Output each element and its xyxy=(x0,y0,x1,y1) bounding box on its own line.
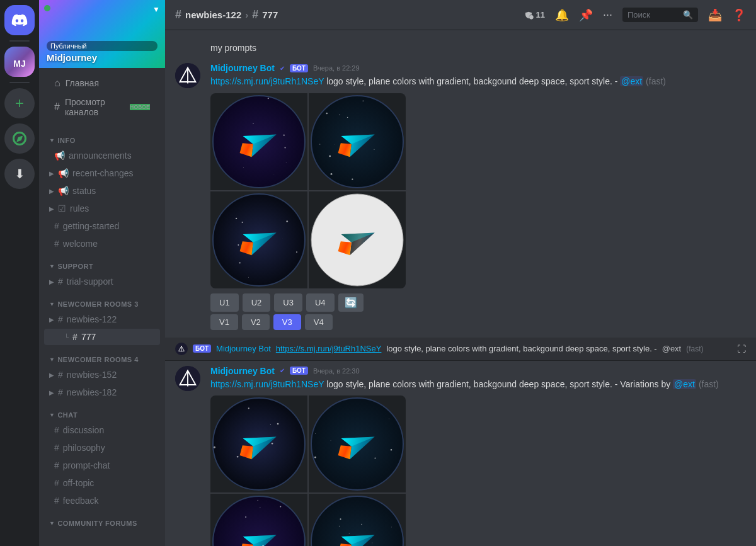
download-button[interactable]: ⬇ xyxy=(4,159,35,189)
vary-v2-button[interactable]: V2 xyxy=(242,314,270,330)
channel-777[interactable]: └ # 777 xyxy=(44,329,160,345)
pin-icon[interactable]: 📌 xyxy=(579,8,593,22)
channel-label: discussion xyxy=(63,425,104,435)
message-text-1: https://s.mj.run/j9tuRh1NSeY logo style,… xyxy=(210,76,746,88)
inbox-icon[interactable]: 📥 xyxy=(708,8,722,22)
bot-username-1[interactable]: Midjourney Bot xyxy=(210,63,275,73)
section-info[interactable]: ▼ INFO xyxy=(39,127,165,147)
channel-status[interactable]: ▶ 📢 status xyxy=(44,183,160,199)
hash-icon: # xyxy=(58,314,63,324)
notif-link[interactable]: https://s.mj.run/j9tuRh1NSeY xyxy=(276,344,382,353)
bot-username-2[interactable]: Midjourney Bot xyxy=(210,366,275,376)
channel-label: prompt-chat xyxy=(63,460,110,470)
section-newcomer-3[interactable]: ▼ NEWCOMER ROOMS 3 xyxy=(39,290,165,310)
channel-label: announcements xyxy=(69,151,132,161)
breadcrumb-channel-1[interactable]: newbies-122 xyxy=(185,9,241,20)
hash-icon: # xyxy=(72,332,77,342)
sidebar-item-browse[interactable]: # Просмотр каналов НОВОЕ xyxy=(44,93,160,121)
add-server-button[interactable]: + xyxy=(4,88,35,118)
hash-icon: # xyxy=(54,496,59,506)
search-placeholder: Поиск xyxy=(627,10,650,20)
speed-1: (fast) xyxy=(646,76,666,86)
channel-philosophy[interactable]: # philosophy xyxy=(44,440,160,456)
section-chat[interactable]: ▼ CHAT xyxy=(39,401,165,421)
member-count-display: 11 xyxy=(524,10,545,20)
hash-icon: 📢 xyxy=(54,151,65,161)
section-chevron-icon: ▼ xyxy=(49,356,55,363)
refresh-button[interactable]: 🔄 xyxy=(338,293,364,312)
home-icon: ⌂ xyxy=(54,77,60,89)
sidebar-item-home[interactable]: ⌂ Главная xyxy=(44,74,160,93)
vary-v4-button[interactable]: V4 xyxy=(305,314,333,330)
new-badge: НОВОЕ xyxy=(130,104,150,110)
upscale-u3-button[interactable]: U3 xyxy=(274,293,302,312)
hash-icon: # xyxy=(54,221,59,231)
bot-tag-1: БОТ xyxy=(290,64,308,72)
public-badge: Публичный xyxy=(47,41,158,51)
upscale-u4-button[interactable]: U4 xyxy=(306,293,335,312)
channel-label: rules xyxy=(70,203,89,213)
section-community-forums[interactable]: ▼ COMMUNITY FORUMS xyxy=(39,509,165,530)
hash-icon: # xyxy=(58,370,63,380)
section-newcomer-4[interactable]: ▼ NEWCOMER ROOMS 4 xyxy=(39,346,165,366)
channel-newbies-152[interactable]: ▶ # newbies-152 xyxy=(44,367,160,383)
channel-newbies-122[interactable]: ▶ # newbies-122 xyxy=(44,311,160,327)
server-header[interactable]: Публичный Midjourney ▼ xyxy=(39,0,165,68)
hash-icon: # xyxy=(54,478,59,488)
channel-label: 777 xyxy=(81,332,96,342)
notif-prompt: logo style, plane colors with gradient, … xyxy=(386,344,656,353)
mention-2[interactable]: @ext xyxy=(673,379,696,389)
channel-prompt-chat[interactable]: # prompt-chat xyxy=(44,457,160,474)
help-icon[interactable]: ❓ xyxy=(732,8,746,22)
rail-divider xyxy=(9,40,30,42)
channel-welcome[interactable]: # welcome xyxy=(44,236,160,252)
notif-speed: (fast) xyxy=(686,344,703,353)
channel-discussion[interactable]: # discussion xyxy=(44,422,160,438)
notif-bot-tag: БОТ xyxy=(193,344,211,353)
channel-label: newbies-182 xyxy=(67,387,117,397)
search-icon: 🔍 xyxy=(683,10,693,20)
channel-trial-support[interactable]: ▶ # trial-support xyxy=(44,273,160,290)
channel-getting-started[interactable]: # getting-started xyxy=(44,218,160,234)
search-box[interactable]: Поиск 🔍 xyxy=(622,8,698,22)
image-cell-2-4 xyxy=(309,494,406,546)
channel-feedback[interactable]: # feedback xyxy=(44,492,160,509)
expand-icon[interactable]: ⛶ xyxy=(737,344,746,354)
section-label-text: CHAT xyxy=(57,411,77,419)
notif-mention[interactable]: @ext xyxy=(662,344,682,353)
channel-label: philosophy xyxy=(63,443,105,453)
icon-rail: MJ + ⬇ xyxy=(0,0,39,546)
hash-breadcrumb-icon-2: # xyxy=(252,8,258,21)
mention-1[interactable]: @ext xyxy=(620,76,643,86)
breadcrumb-channel-2[interactable]: 777 xyxy=(262,9,278,20)
section-chevron-icon: ▼ xyxy=(49,301,55,307)
discord-home-button[interactable] xyxy=(4,5,35,35)
upscale-u1-button[interactable]: U1 xyxy=(210,293,239,312)
vary-v3-button[interactable]: V3 xyxy=(273,314,301,330)
channel-recent-changes[interactable]: ▶ 📢 recent-changes xyxy=(44,165,160,181)
notif-author[interactable]: Midjourney Bot xyxy=(216,344,271,353)
bell-icon[interactable]: 🔔 xyxy=(555,8,569,22)
channel-rules[interactable]: ▶ ☑ rules xyxy=(44,200,160,217)
channel-newbies-182[interactable]: ▶ # newbies-182 xyxy=(44,384,160,401)
verify-icon-2: ✔ xyxy=(280,367,285,374)
collapse-icon: ▶ xyxy=(49,278,54,285)
server-status-dot xyxy=(44,5,50,11)
channel-announcements[interactable]: 📢 announcements xyxy=(44,147,160,164)
more-icon[interactable]: ··· xyxy=(603,8,612,21)
upscale-u2-button[interactable]: U2 xyxy=(243,293,271,312)
collapse-icon: ▶ xyxy=(49,170,54,177)
speed-2: (fast) xyxy=(699,379,719,389)
image-cell-2-3 xyxy=(210,494,307,546)
simple-message-text: my prompts xyxy=(210,43,256,53)
explore-button[interactable] xyxy=(4,123,35,154)
section-label-text: NEWCOMER ROOMS 3 xyxy=(57,300,138,308)
midjourney-server-icon[interactable]: MJ xyxy=(4,47,35,77)
channel-off-topic[interactable]: # off-topic xyxy=(44,475,160,491)
messages-area[interactable]: my prompts xyxy=(165,30,756,546)
vary-v1-button[interactable]: V1 xyxy=(210,314,238,330)
section-support[interactable]: ▼ SUPPORT xyxy=(39,253,165,273)
message-link-2[interactable]: https://s.mj.run/j9tuRh1NSeY xyxy=(210,379,324,389)
rules-icon: ☑ xyxy=(58,203,66,213)
message-link-1[interactable]: https://s.mj.run/j9tuRh1NSeY xyxy=(210,76,324,86)
